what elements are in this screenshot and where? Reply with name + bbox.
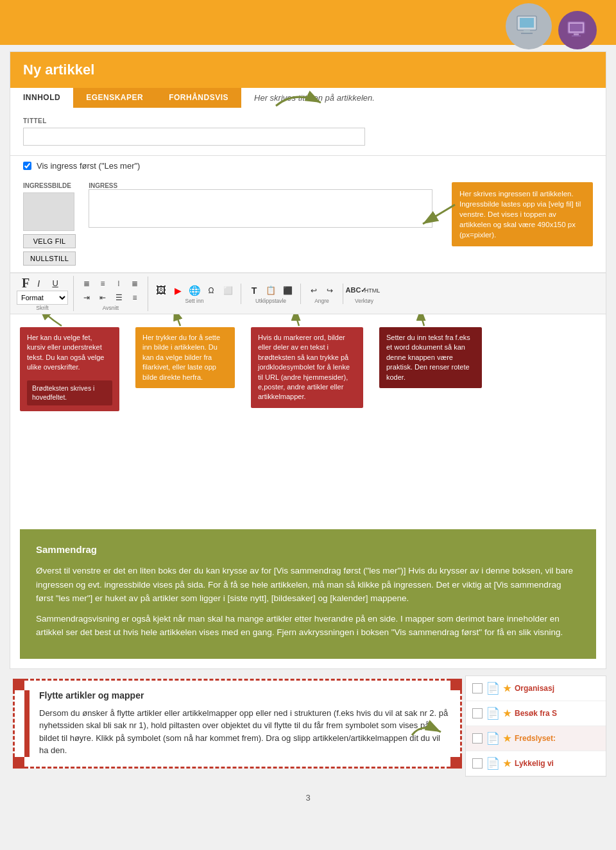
nav-tabs: INNHOLD EGENSKAPER FORHÅNDSVIS Her skriv… (10, 88, 606, 108)
move-panel-inner: Flytte artikler og mapper Dersom du ønsk… (24, 690, 450, 757)
file-arrow-1: ★ (503, 708, 511, 718)
globe-button[interactable]: 🌐 (187, 284, 202, 298)
redo-button[interactable]: ↪ (322, 284, 338, 298)
svg-rect-7 (572, 35, 581, 37)
underline-button[interactable]: U (47, 276, 63, 291)
svg-rect-2 (524, 30, 530, 33)
tooltip-1-sub: Brødteksten skrives i hovedfeltet. (27, 380, 112, 405)
tooltip-4: Setter du inn tekst fra f.eks et word do… (379, 327, 482, 388)
indent-button[interactable]: ⇥ (79, 291, 94, 305)
tooltip-3: Hvis du markerer ord, bilder eller deler… (251, 327, 363, 408)
file-checkbox-3[interactable] (472, 758, 483, 769)
paste2-button[interactable]: ⬛ (280, 284, 295, 298)
italic-button[interactable]: I (31, 276, 46, 291)
ingress-tooltip-area: Her skrives ingressen til artikkelen. In… (452, 182, 593, 266)
title-input[interactable] (23, 128, 365, 146)
paste-button[interactable]: 📋 (263, 284, 278, 298)
toolbar: F I U Format Skrift ≣ ≡ ⁞ ≣ ⇥ (10, 273, 606, 314)
text-format-button[interactable]: T (246, 284, 262, 298)
file-checkbox-0[interactable] (472, 683, 483, 693)
file-checkbox-1[interactable] (472, 708, 483, 718)
title-form-area: TITTEL (10, 108, 606, 156)
align-right-button[interactable]: ☰ (111, 291, 126, 305)
annotation-area: Her kan du velge fet, kursiv eller under… (10, 314, 606, 520)
move-title: Flytte artikler og mapper (39, 690, 450, 701)
youtube-button[interactable]: ▶ (170, 284, 185, 298)
toolbar-clipboard-group: T 📋 ⬛ Utklippstavle (246, 284, 301, 304)
top-icons (506, 3, 597, 49)
file-checkbox-2[interactable] (472, 733, 483, 744)
file-doc-icon-0: 📄 (486, 681, 500, 695)
file-name-3: Lykkelig vi (515, 759, 599, 768)
nullstill-button[interactable]: NULLSTILL (23, 251, 76, 266)
toolbar-angre-label: Angre (314, 298, 329, 304)
page-title: Ny artikkel (23, 62, 94, 78)
tab-innhold[interactable]: INNHOLD (10, 88, 73, 108)
sammendrag-p2: Sammendragsvisning er også kjekt når man… (36, 612, 580, 640)
file-row-3: 📄 ★ Lykkelig vi (466, 751, 606, 776)
list-ul-button[interactable]: ≣ (79, 276, 94, 291)
toolbar-settinn-group: 🖼 ▶ 🌐 Ω ⬜ Sett inn (153, 284, 241, 304)
toolbar-utklipp-label: Utklippstavle (255, 298, 286, 304)
computer-icon (506, 3, 552, 49)
page-header: Ny artikkel (10, 52, 606, 88)
file-arrow-0: ★ (503, 683, 511, 693)
tab-egenskaper[interactable]: EGENSKAPER (73, 88, 156, 108)
toolbar-skrift-label: Skrift (36, 305, 48, 311)
ingress-textarea[interactable] (89, 189, 432, 228)
ingress-left: INGRESSBILDE VELG FIL NULLSTILL (23, 182, 76, 266)
tooltip-3-text: Hvis du markerer ord, bilder eller deler… (258, 334, 350, 400)
list-ol-button[interactable]: ≡ (95, 276, 110, 291)
top-bar (0, 0, 616, 45)
toolbar-avsnitt-label: Avsnitt (79, 305, 142, 311)
tooltip-1-text: Her kan du velge fet, kursiv eller under… (27, 334, 104, 371)
svg-rect-6 (574, 33, 579, 35)
html-button[interactable]: HTML (364, 284, 380, 298)
velg-fil-button[interactable]: VELG FIL (23, 234, 76, 248)
file-name-2: Fredslyset: (515, 734, 599, 743)
file-arrow-2: ★ (503, 733, 511, 744)
corner-br (450, 757, 462, 769)
title-label: TITTEL (23, 117, 593, 124)
tooltip-2-text: Her trykker du for å sette inn bilde i a… (142, 334, 220, 381)
media-button[interactable]: ⬜ (220, 284, 235, 298)
ingress-right: INGRESS (89, 182, 432, 266)
outdent-button[interactable]: ⇤ (95, 291, 110, 305)
align-left-button[interactable]: ⁞ (111, 276, 126, 291)
format-select[interactable]: Format (17, 291, 68, 305)
move-text: Dersom du ønsker å flytte artikler eller… (39, 707, 450, 757)
move-arrow-svg (409, 719, 447, 751)
toolbar-undo-group: ↩ ↪ Angre (306, 284, 343, 304)
bottom-section: Flytte artikler og mapper Dersom du ønsk… (10, 676, 606, 777)
svg-rect-5 (570, 24, 583, 31)
move-panel-wrapper: Flytte artikler og mapper Dersom du ønsk… (10, 676, 465, 777)
undo-button[interactable]: ↩ (306, 284, 321, 298)
spellcheck-button[interactable]: ABC✓ (348, 284, 364, 298)
toolbar-list-group: ≣ ≡ ⁞ ≣ ⇥ ⇤ ☰ ≡ Avsnitt (79, 276, 148, 311)
justify-button[interactable]: ≡ (127, 291, 142, 305)
ingress-image-placeholder (23, 192, 74, 231)
file-panel: 📄 ★ Organisasj 📄 ★ Besøk fra S 📄 ★ Freds… (465, 676, 606, 777)
show-ingress-label: Vis ingress først ("Les mer") (37, 161, 140, 171)
toolbar-format-group: F I U Format Skrift (17, 276, 74, 311)
file-doc-icon-1: 📄 (486, 706, 500, 720)
file-name-1: Besøk fra S (515, 709, 599, 718)
move-panel-box: Flytte artikler og mapper Dersom du ønsk… (13, 679, 462, 769)
page-number: 3 (0, 783, 616, 812)
corner-bl (13, 757, 24, 769)
file-arrow-3: ★ (503, 758, 511, 769)
file-doc-icon-3: 📄 (486, 756, 500, 770)
monitor-icon (558, 11, 597, 49)
tooltip-2: Her trykker du for å sette inn bilde i a… (135, 327, 235, 388)
toolbar-verktoy-label: Verktøy (355, 298, 373, 304)
ingress-arrow (420, 201, 458, 227)
special-char-button[interactable]: Ω (203, 284, 219, 298)
toolbar-settinn-label: Sett inn (185, 298, 204, 304)
tab-forhandsvis[interactable]: FORHÅNDSVIS (156, 88, 241, 108)
align-center-button[interactable]: ≣ (127, 276, 142, 291)
image-button[interactable]: 🖼 (153, 284, 169, 298)
sammendrag-p1: Øverst til venstre er det en liten boks … (36, 564, 580, 606)
arrow-to-title (270, 83, 334, 109)
show-ingress-checkbox[interactable] (23, 162, 31, 170)
sammendrag-box: Sammendrag Øverst til venstre er det en … (20, 529, 596, 659)
